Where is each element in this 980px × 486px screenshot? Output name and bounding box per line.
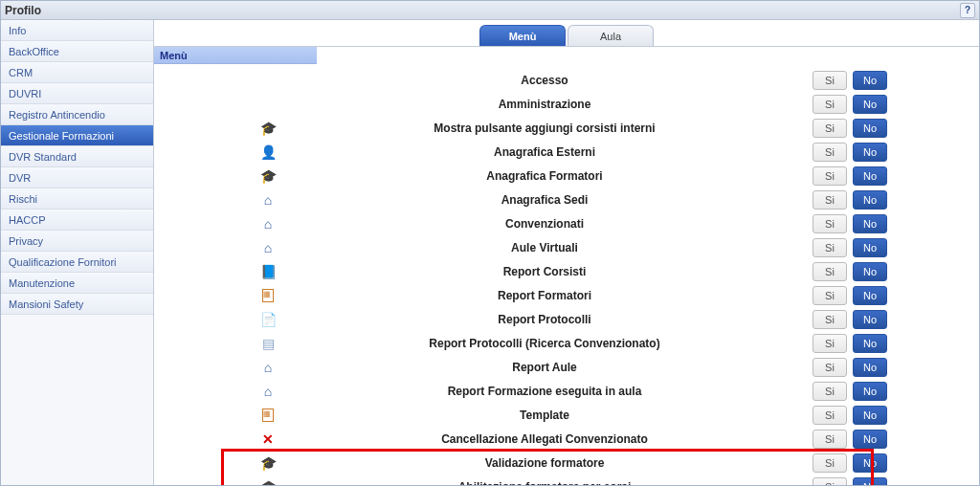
sidebar-item-8[interactable]: Rischi: [1, 188, 153, 210]
no-button[interactable]: No: [853, 406, 887, 425]
darkhat-icon: 🎓: [259, 478, 277, 486]
no-button[interactable]: No: [853, 95, 887, 114]
permission-row: ▤Report Protocolli (Ricerca Convenzionat…: [154, 331, 979, 355]
permission-label: Abilitazione formatore per corsi: [288, 480, 801, 486]
yes-button[interactable]: Si: [813, 262, 847, 281]
window-title: Profilo: [5, 4, 41, 17]
home-icon: ⌂: [259, 383, 277, 400]
sidebar-item-5[interactable]: Gestionale Formazioni: [1, 125, 153, 146]
yes-button[interactable]: Si: [813, 95, 847, 114]
blank-icon: [259, 96, 277, 113]
yes-button[interactable]: Si: [813, 477, 847, 486]
yes-button[interactable]: Si: [813, 143, 847, 162]
yes-button[interactable]: Si: [813, 190, 847, 210]
permission-label: Mostra pulsante aggiungi corsisti intern…: [288, 122, 801, 135]
yes-no-group: SiNo: [813, 262, 887, 281]
yes-button[interactable]: Si: [813, 71, 847, 90]
sidebar-item-6[interactable]: DVR Standard: [1, 146, 153, 167]
yes-button[interactable]: Si: [813, 334, 847, 353]
yes-no-group: SiNo: [813, 286, 887, 305]
sidebar-item-2[interactable]: CRM: [1, 62, 153, 83]
yes-button[interactable]: Si: [813, 453, 847, 473]
permission-label: Report Protocolli: [288, 313, 801, 326]
home-icon: ⌂: [259, 191, 277, 209]
body: InfoBackOfficeCRMDUVRIRegistro Antincend…: [1, 20, 979, 485]
no-button[interactable]: No: [853, 310, 887, 329]
yes-no-group: SiNo: [813, 190, 887, 210]
yes-button[interactable]: Si: [813, 286, 847, 305]
yes-no-group: SiNo: [813, 238, 887, 257]
cross-icon: ✕: [259, 431, 277, 448]
yes-button[interactable]: Si: [813, 238, 847, 257]
yes-button[interactable]: Si: [813, 382, 847, 401]
no-button[interactable]: No: [853, 262, 887, 281]
sidebar-item-1[interactable]: BackOffice: [1, 41, 153, 62]
permission-label: Report Aule: [288, 361, 801, 374]
sidebar-item-7[interactable]: DVR: [1, 167, 153, 188]
no-button[interactable]: No: [853, 358, 887, 377]
section-header: Menù: [154, 47, 317, 64]
no-button[interactable]: No: [853, 238, 887, 257]
no-button[interactable]: No: [853, 214, 887, 233]
no-button[interactable]: No: [853, 190, 887, 210]
permission-row: 🎓Validazione formatoreSiNo: [154, 451, 979, 475]
tab-0[interactable]: Menù: [479, 25, 566, 46]
yes-no-group: SiNo: [813, 453, 887, 473]
no-button[interactable]: No: [853, 430, 887, 449]
yes-no-group: SiNo: [813, 334, 887, 353]
no-button[interactable]: No: [853, 453, 887, 473]
help-button[interactable]: ?: [960, 3, 975, 18]
yes-button[interactable]: Si: [813, 166, 847, 186]
yes-button[interactable]: Si: [813, 358, 847, 377]
darkhat-icon: 🎓: [259, 454, 277, 472]
doc-icon: 📄: [259, 311, 277, 328]
yes-button[interactable]: Si: [813, 430, 847, 449]
sidebar-item-9[interactable]: HACCP: [1, 210, 153, 231]
permission-label: Cancellazione Allegati Convenzionato: [288, 432, 801, 446]
permission-row: AmministrazioneSiNo: [154, 92, 979, 116]
permission-row: 👤Anagrafica EsterniSiNo: [154, 140, 979, 164]
yes-no-group: SiNo: [813, 382, 887, 401]
permission-row: AccessoSiNo: [154, 68, 979, 92]
yes-button[interactable]: Si: [813, 119, 847, 138]
sidebar-item-11[interactable]: Qualificazione Fornitori: [1, 252, 153, 273]
permission-label: Report Formatori: [288, 289, 801, 302]
tabs-row: MenùAula: [154, 20, 979, 47]
no-button[interactable]: No: [853, 119, 887, 138]
no-button[interactable]: No: [853, 143, 887, 162]
sidebar-item-10[interactable]: Privacy: [1, 231, 153, 252]
sidebar-item-3[interactable]: DUVRI: [1, 83, 153, 104]
tab-1[interactable]: Aula: [568, 25, 654, 46]
yes-no-group: SiNo: [813, 166, 887, 186]
permission-row: 🎓Anagrafica FormatoriSiNo: [154, 164, 979, 188]
permission-label: Anagrafica Formatori: [288, 169, 801, 183]
permissions-list: AccessoSiNoAmministrazioneSiNo🎓Mostra pu…: [154, 64, 979, 485]
permission-row: 📄Report ProtocolliSiNo: [154, 307, 979, 331]
permission-label: Template: [288, 409, 801, 422]
yes-no-group: SiNo: [813, 143, 887, 162]
no-button[interactable]: No: [853, 382, 887, 401]
permission-label: Aule Virtuali: [288, 241, 801, 254]
permission-row: ⌂ConvenzionatiSiNo: [154, 211, 979, 235]
sidebar-item-0[interactable]: Info: [1, 20, 153, 41]
sidebar-item-4[interactable]: Registro Antincendio: [1, 104, 153, 125]
home-icon: ⌂: [259, 239, 277, 256]
permission-label: Report Protocolli (Ricerca Convenzionato…: [288, 337, 801, 350]
yes-button[interactable]: Si: [813, 406, 847, 425]
yes-button[interactable]: Si: [813, 310, 847, 329]
yes-button[interactable]: Si: [813, 214, 847, 233]
permission-label: Anagrafica Esterni: [288, 145, 801, 159]
yes-no-group: SiNo: [813, 406, 887, 425]
no-button[interactable]: No: [853, 71, 887, 90]
permission-label: Anagrafica Sedi: [288, 193, 801, 207]
hat-icon: 🎓: [259, 120, 277, 137]
blank-icon: [259, 72, 277, 89]
permission-row: ✕Cancellazione Allegati ConvenzionatoSiN…: [154, 427, 979, 451]
sidebar-item-12[interactable]: Manutenzione: [1, 273, 153, 294]
no-button[interactable]: No: [853, 334, 887, 353]
no-button[interactable]: No: [853, 286, 887, 305]
sidebar-item-13[interactable]: Mansioni Safety: [1, 294, 153, 315]
no-button[interactable]: No: [853, 166, 887, 186]
grey-icon: ▤: [259, 335, 277, 352]
no-button[interactable]: No: [853, 477, 887, 486]
